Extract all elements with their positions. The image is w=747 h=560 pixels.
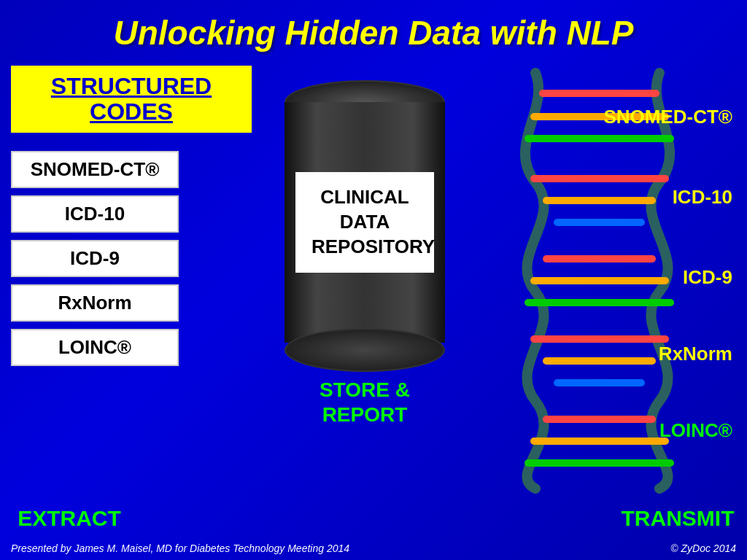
- right-rxnorm-label: RxNorm: [659, 343, 732, 365]
- store-report-line1: STORE &: [320, 378, 410, 401]
- code-snomed: SNOMED-CT®: [11, 151, 179, 188]
- extract-label: EXTRACT: [11, 506, 128, 531]
- transmit-label: TRANSMIT: [619, 506, 736, 531]
- code-icd10: ICD-10: [11, 195, 179, 233]
- cylinder-body: CLINICAL DATA REPOSITORY: [285, 102, 445, 343]
- code-rxnorm: RxNorm: [11, 284, 179, 322]
- right-icd10-label: ICD-10: [673, 186, 732, 209]
- code-list: SNOMED-CT® ICD-10 ICD-9 RxNorm LOINC®: [11, 151, 252, 366]
- code-loinc: LOINC®: [11, 329, 179, 366]
- footer-left: Presented by James M. Maisel, MD for Dia…: [11, 542, 349, 554]
- slide-title: Unlocking Hidden Data with NLP: [11, 7, 736, 60]
- repo-label: CLINICAL DATA REPOSITORY: [295, 172, 434, 272]
- footer: Presented by James M. Maisel, MD for Dia…: [11, 542, 736, 554]
- right-icd9-label: ICD-9: [683, 266, 732, 289]
- right-loinc-label: LOINC®: [659, 419, 732, 442]
- cylinder-bottom: [285, 328, 445, 372]
- footer-right: © ZyDoc 2014: [670, 542, 736, 554]
- bottom-row: EXTRACT TRANSMIT: [11, 506, 736, 531]
- right-column: SNOMED-CT® ICD-10 ICD-9 RxNorm LOINC®: [492, 62, 740, 499]
- left-column: STRUCTURED CODES SNOMED-CT® ICD-10 ICD-9…: [11, 66, 252, 366]
- repo-line2: DATA: [340, 211, 390, 233]
- repo-line3: REPOSITORY: [311, 236, 435, 257]
- structured-codes-box: STRUCTURED CODES: [11, 66, 252, 133]
- store-report-line2: REPORT: [322, 403, 408, 426]
- repo-line1: CLINICAL: [320, 186, 409, 208]
- slide: Unlocking Hidden Data with NLP STRUCTURE…: [0, 0, 747, 560]
- store-report-label: STORE & REPORT: [320, 378, 410, 427]
- center-column: CLINICAL DATA REPOSITORY STORE & REPORT: [259, 73, 471, 427]
- structured-codes-label: STRUCTURED CODES: [26, 74, 236, 125]
- database-cylinder: CLINICAL DATA REPOSITORY: [285, 80, 445, 372]
- code-icd9: ICD-9: [11, 240, 179, 277]
- right-snomed-label: SNOMED-CT®: [603, 106, 732, 128]
